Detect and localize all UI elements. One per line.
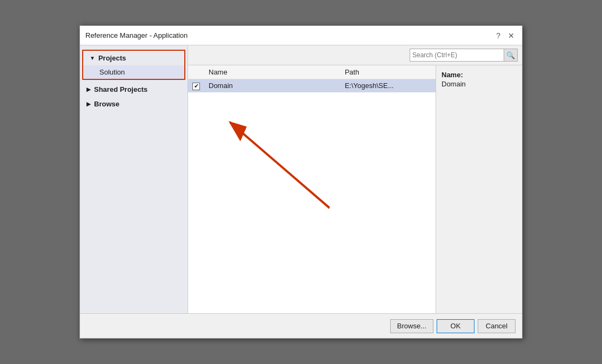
main-area: 🔍 Name Path [188, 45, 522, 313]
bottom-bar: Browse... OK Cancel [80, 313, 522, 338]
right-panel-label: Name: [442, 71, 517, 79]
right-panel-value: Domain [442, 80, 517, 88]
col-check [188, 65, 204, 79]
references-table: Name Path ✔DomainE:\Yogesh\SE... [188, 65, 436, 92]
table-body: ✔DomainE:\Yogesh\SE... [188, 79, 436, 92]
title-controls: ? ✕ [494, 32, 517, 39]
dialog-body: ▼ Projects Solution ▶ Shared Projects ▶ … [80, 45, 522, 313]
content-area: Name Path ✔DomainE:\Yogesh\SE... [188, 65, 522, 313]
search-input-wrapper[interactable]: 🔍 [410, 49, 518, 62]
sidebar-browse-header[interactable]: ▶ Browse [80, 97, 188, 111]
sidebar-browse-label: Browse [94, 100, 119, 108]
arrow-annotation [188, 65, 436, 313]
table-row[interactable]: ✔DomainE:\Yogesh\SE... [188, 79, 436, 92]
dialog-title: Reference Manager - Application [85, 31, 188, 39]
sidebar-solution-item[interactable]: Solution [83, 65, 184, 79]
close-button[interactable]: ✕ [506, 32, 517, 39]
sidebar-shared-projects-header[interactable]: ▶ Shared Projects [80, 82, 188, 97]
col-path: Path [340, 65, 436, 79]
svg-line-1 [230, 123, 330, 208]
chevron-right-icon-browse: ▶ [86, 101, 91, 107]
help-button[interactable]: ? [494, 32, 503, 39]
title-bar: Reference Manager - Application ? ✕ [80, 26, 522, 45]
search-bar: 🔍 [188, 45, 522, 65]
sidebar-projects-header[interactable]: ▼ Projects [83, 51, 184, 65]
sidebar-shared-projects-label: Shared Projects [94, 85, 148, 93]
title-bar-left: Reference Manager - Application [85, 31, 188, 39]
sidebar: ▼ Projects Solution ▶ Shared Projects ▶ … [80, 45, 188, 313]
sidebar-projects-label: Projects [98, 54, 126, 62]
ok-button[interactable]: OK [437, 319, 474, 333]
table-header: Name Path [188, 65, 436, 79]
chevron-down-icon: ▼ [90, 55, 95, 61]
projects-highlight-box: ▼ Projects Solution [82, 50, 185, 80]
search-button[interactable]: 🔍 [504, 49, 517, 61]
search-input[interactable] [410, 51, 504, 59]
right-panel: Name: Domain [436, 65, 522, 313]
table-area: Name Path ✔DomainE:\Yogesh\SE... [188, 65, 436, 313]
col-name: Name [204, 65, 340, 79]
row-name: Domain [204, 79, 340, 92]
search-icon: 🔍 [506, 51, 515, 59]
row-checkbox[interactable]: ✔ [192, 83, 200, 90]
row-path: E:\Yogesh\SE... [340, 79, 436, 92]
chevron-right-icon: ▶ [86, 86, 91, 92]
cancel-button[interactable]: Cancel [478, 319, 516, 333]
sidebar-solution-label: Solution [99, 68, 125, 76]
reference-manager-dialog: Reference Manager - Application ? ✕ ▼ Pr… [79, 25, 523, 339]
row-checkbox-cell[interactable]: ✔ [188, 79, 204, 92]
browse-button[interactable]: Browse... [390, 319, 433, 333]
